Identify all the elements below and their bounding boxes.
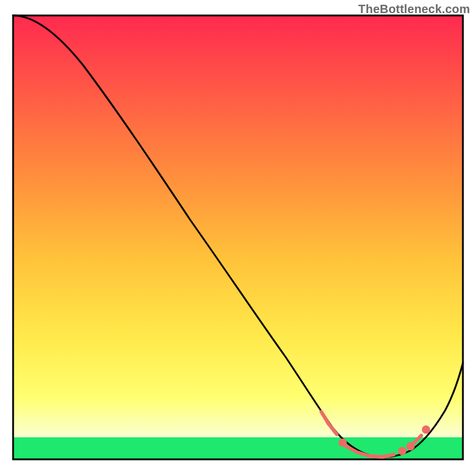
svg-point-8 [408, 444, 413, 449]
gradient-background [13, 15, 463, 459]
attribution-label: TheBottleneck.com [358, 2, 470, 16]
svg-line-5 [369, 456, 382, 457]
svg-line-6 [382, 455, 394, 457]
plot-area [13, 15, 463, 459]
bottleneck-chart [0, 0, 476, 476]
svg-point-10 [424, 427, 428, 432]
svg-point-7 [400, 449, 405, 453]
svg-point-2 [340, 440, 345, 445]
chart-container: TheBottleneck.com [0, 0, 476, 476]
